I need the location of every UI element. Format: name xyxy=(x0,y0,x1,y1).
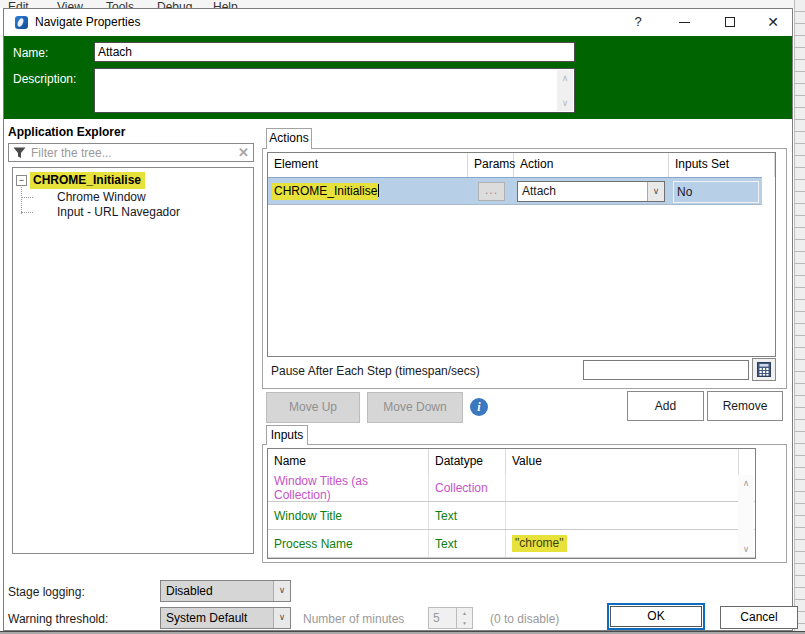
column-header-value: Value xyxy=(506,449,739,474)
name-input[interactable] xyxy=(94,42,575,62)
scroll-down-icon[interactable]: ∨ xyxy=(557,97,573,109)
inputs-set-cell[interactable]: No xyxy=(673,181,759,203)
tab-actions[interactable]: Actions xyxy=(266,128,312,149)
stage-logging-label: Stage logging: xyxy=(8,585,85,599)
stage-logging-dropdown[interactable]: Disabled ∨ xyxy=(160,580,291,602)
minimize-icon xyxy=(679,22,690,23)
text-caret xyxy=(378,184,379,197)
background-window-edge xyxy=(794,0,805,634)
value-highlighted: "chrome" xyxy=(512,535,567,552)
dialog-title: Navigate Properties xyxy=(35,15,140,29)
dialog-titlebar[interactable]: Navigate Properties ? ✕ xyxy=(4,9,792,36)
ok-button[interactable]: OK xyxy=(607,603,705,630)
table-row[interactable]: Window Title Text xyxy=(268,502,755,530)
close-button[interactable]: ✕ xyxy=(760,13,786,31)
table-row[interactable]: Process Name Text "chrome" xyxy=(268,530,755,558)
add-button[interactable]: Add xyxy=(627,391,704,421)
info-icon[interactable]: i xyxy=(470,398,488,416)
column-header-datatype: Datatype xyxy=(429,449,506,474)
minimize-button[interactable] xyxy=(671,13,697,31)
column-header-params: Params xyxy=(468,153,514,177)
menu-item-tools[interactable]: Tools xyxy=(106,0,134,8)
inputs-scrollbar[interactable]: ∧ ∨ xyxy=(738,475,754,557)
scroll-down-icon[interactable]: ∨ xyxy=(738,544,754,554)
expression-builder-button[interactable] xyxy=(752,358,776,381)
chevron-down-icon[interactable]: ∨ xyxy=(647,182,664,201)
actions-table-header: Element Params Action Inputs Set xyxy=(268,153,775,177)
blueprism-logo-icon xyxy=(15,16,28,29)
pause-after-step-input[interactable] xyxy=(583,360,749,380)
navigate-properties-dialog: Navigate Properties ? ✕ Name: Descriptio… xyxy=(3,8,793,631)
cancel-button[interactable]: Cancel xyxy=(720,606,798,629)
description-label: Description: xyxy=(13,72,76,86)
warning-threshold-label: Warning threshold: xyxy=(8,612,108,626)
application-explorer-title: Application Explorer xyxy=(8,125,125,139)
spinner-buttons[interactable]: ▲ ▼ xyxy=(456,608,472,628)
menu-item-view[interactable]: View xyxy=(57,0,83,8)
pause-after-step-label: Pause After Each Step (timespan/secs) xyxy=(271,364,480,378)
action-dropdown[interactable]: Attach ∨ xyxy=(517,181,665,202)
scroll-up-icon[interactable]: ∧ xyxy=(738,478,754,488)
move-up-button[interactable]: Move Up xyxy=(266,392,360,423)
help-button[interactable]: ? xyxy=(625,13,651,31)
scroll-up-icon[interactable]: ∧ xyxy=(557,72,573,84)
column-header-inputs-set: Inputs Set xyxy=(669,153,775,177)
warning-threshold-dropdown[interactable]: System Default ∨ xyxy=(160,607,291,629)
tree-node-chrome-window[interactable]: Chrome Window xyxy=(57,190,146,204)
filter-placeholder: Filter the tree... xyxy=(31,146,112,160)
chevron-down-icon[interactable]: ∨ xyxy=(273,581,290,601)
table-row[interactable]: CHROME_Initialise ... Attach ∨ No xyxy=(268,177,762,205)
tree-connector xyxy=(21,212,33,213)
menu-item-help[interactable]: Help xyxy=(213,0,238,8)
maximize-icon xyxy=(725,17,735,27)
number-of-minutes-label: Number of minutes xyxy=(303,612,404,626)
column-header-name: Name xyxy=(268,449,429,474)
spin-up-icon[interactable]: ▲ xyxy=(457,610,472,616)
params-button[interactable]: ... xyxy=(478,182,505,201)
minutes-spinner[interactable]: 5 ▲ ▼ xyxy=(428,607,473,629)
element-cell[interactable]: CHROME_Initialise xyxy=(268,184,468,198)
tree-connector xyxy=(21,197,33,198)
description-textarea[interactable]: ∧ ∨ xyxy=(94,68,575,113)
column-header-action: Action xyxy=(514,153,669,177)
tree-filter-input[interactable]: Filter the tree... ✕ xyxy=(8,143,254,162)
filter-funnel-icon xyxy=(13,147,26,159)
maximize-button[interactable] xyxy=(717,13,743,31)
tree-collapse-icon[interactable]: − xyxy=(16,175,27,186)
application-explorer-tree[interactable]: − CHROME_Initialise Chrome Window Input … xyxy=(12,167,254,554)
inputs-table-header: Name Datatype Value xyxy=(268,449,755,474)
inputs-table[interactable]: Name Datatype Value Window Titles (as Co… xyxy=(267,448,756,559)
dialog-header: Name: Description: ∧ ∨ xyxy=(4,36,792,119)
chevron-down-icon[interactable]: ∨ xyxy=(273,608,290,628)
filter-clear-icon[interactable]: ✕ xyxy=(238,145,249,160)
menu-item-edit[interactable]: Edit xyxy=(8,0,29,8)
remove-button[interactable]: Remove xyxy=(707,391,783,421)
disable-hint-label: (0 to disable) xyxy=(490,612,559,626)
spin-down-icon[interactable]: ▼ xyxy=(457,620,472,626)
tree-connector xyxy=(21,187,22,214)
calculator-icon xyxy=(757,362,771,377)
tab-inputs[interactable]: Inputs xyxy=(266,425,308,445)
name-label: Name: xyxy=(13,46,48,60)
actions-table[interactable]: Element Params Action Inputs Set CHROME_… xyxy=(267,152,776,357)
column-header-element: Element xyxy=(268,153,468,177)
menu-item-debug[interactable]: Debug xyxy=(157,0,192,8)
move-down-button[interactable]: Move Down xyxy=(367,392,463,423)
table-row[interactable]: Window Titles (as Collection) Collection xyxy=(268,474,755,502)
tree-node-input-url[interactable]: Input - URL Navegador xyxy=(57,205,180,219)
tree-node-root[interactable]: CHROME_Initialise xyxy=(30,172,145,189)
background-menubar: Edit View Tools Debug Help xyxy=(0,0,805,8)
description-scrollbar[interactable]: ∧ ∨ xyxy=(557,70,573,111)
